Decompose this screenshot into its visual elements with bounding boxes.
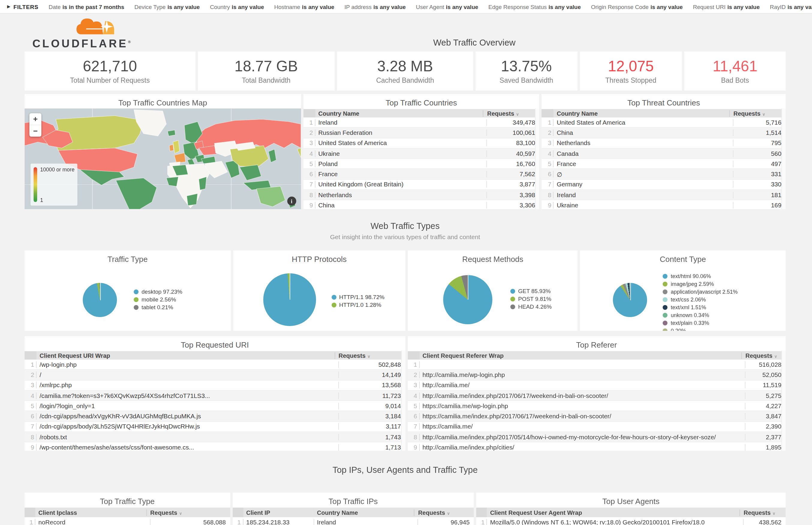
table-row[interactable]: 5https://camilia.me/wp-login.php4,227 — [408, 401, 786, 411]
table-row[interactable]: 2China1,514 — [542, 128, 786, 138]
column-header-requests[interactable]: Requests∨ — [146, 509, 230, 516]
filter-item[interactable]: RayIDis any value — [770, 3, 812, 10]
column-header-referer[interactable]: Client Request Referer Wrap — [419, 352, 741, 359]
column-header-requests[interactable]: Requests∨ — [483, 110, 540, 117]
column-header-country[interactable]: Country Name — [554, 110, 729, 117]
traffic-type-pie-chart[interactable] — [83, 283, 117, 317]
kpi-bad-bots: 11,461Bad Bots — [684, 51, 786, 90]
column-header-requests[interactable]: Requests∨ — [729, 110, 786, 117]
table-row[interactable]: 2Russian Federation100,061 — [303, 128, 539, 138]
table-body: 1Mozilla/5.0 (Windows NT 6.1; WOW64; rv:… — [476, 517, 786, 525]
column-header-requests[interactable]: Requests∨ — [334, 352, 405, 359]
table-header: Client Request User Agent Wrap Requests∨ — [476, 508, 786, 517]
table-row[interactable]: 1Mozilla/5.0 (Windows NT 6.1; WOW64; rv:… — [476, 517, 786, 525]
request-methods-pie-chart[interactable] — [443, 275, 492, 324]
table-row[interactable]: 8Ireland181 — [542, 190, 786, 200]
column-header-requests[interactable]: Requests∨ — [739, 509, 786, 516]
info-icon[interactable]: i — [287, 197, 296, 206]
card-title: Top Referer — [408, 336, 786, 350]
legend-item: text/css 2.06% — [663, 296, 738, 303]
filter-item[interactable]: User Agentis any value — [416, 3, 478, 10]
table-row[interactable]: 6∅331 — [542, 169, 786, 180]
table-row[interactable]: 5Poland16,760 — [303, 159, 539, 169]
table-body: 1185.234.218.33Ireland96,945 — [232, 517, 474, 525]
table-row[interactable]: 8http://camilia.me/index.php/2017/05/14/… — [408, 432, 786, 442]
filters-toggle[interactable]: ▶ FILTERS — [7, 3, 39, 10]
zoom-in-button[interactable]: + — [29, 113, 41, 125]
table-row[interactable]: 1noRecord568,088 — [25, 517, 230, 525]
table-row[interactable]: 3Netherlands795 — [542, 138, 786, 149]
filter-item[interactable]: Hostnameis any value — [274, 3, 334, 10]
table-row[interactable]: 9China3,306 — [303, 200, 539, 209]
table-row[interactable]: 4/camilia.me?token=s3+7k6XQvKwzp5/4XSs4r… — [25, 391, 405, 401]
filter-item[interactable]: Origin Response Codeis any value — [591, 3, 683, 10]
table-row[interactable]: 9Ukraine169 — [542, 200, 786, 209]
table-row[interactable]: 5/login/?login_only=19,014 — [25, 401, 405, 411]
table-row[interactable]: 3/xmlrpc.php13,568 — [25, 380, 405, 391]
filter-item[interactable]: Request URIis any value — [693, 3, 760, 10]
content-type-card: Content Type text/html 90.06%image/jpeg … — [580, 251, 786, 331]
column-header-country[interactable]: Country Name — [315, 110, 483, 117]
filter-item[interactable]: Edge Response Statusis any value — [488, 3, 581, 10]
filter-item[interactable]: Dateis in the past 7 months — [48, 3, 124, 10]
legend-item: POST 9.81% — [510, 295, 552, 303]
filter-item[interactable]: Device Typeis any value — [134, 3, 200, 10]
filter-item[interactable]: IP addressis any value — [344, 3, 406, 10]
table-row[interactable]: 6France7,562 — [303, 169, 539, 180]
top-threat-countries-card: Top Threat Countries Country Name Reques… — [542, 94, 786, 209]
http-protocols-pie-chart[interactable] — [263, 273, 316, 326]
scrollbar[interactable] — [535, 108, 540, 209]
scrollbar[interactable] — [401, 350, 405, 451]
zoom-out-button[interactable]: − — [29, 125, 41, 137]
table-row[interactable]: 2/14,149 — [25, 370, 405, 380]
legend-swatch — [134, 297, 138, 302]
card-title: Traffic Type — [25, 251, 231, 264]
table-row[interactable]: 1185.234.218.33Ireland96,945 — [232, 517, 474, 525]
content-type-pie-chart[interactable] — [613, 283, 647, 317]
table-row[interactable]: 4Ukraine40,597 — [303, 149, 539, 159]
table-row[interactable]: 1/wp-login.php502,848 — [25, 360, 405, 370]
sort-desc-icon: ∨ — [516, 112, 519, 116]
filter-item[interactable]: Countryis any value — [210, 3, 264, 10]
table-row[interactable]: 3United States of America83,100 — [303, 138, 539, 149]
card-title: Top Traffic Type — [25, 493, 230, 507]
table-row[interactable]: 3http://camilia.me/11,519 — [408, 380, 786, 391]
table-row[interactable]: 8Netherlands3,398 — [303, 190, 539, 200]
table-row[interactable]: 5France497 — [542, 159, 786, 169]
table-row[interactable]: 4http://camilia.me/index.php/2017/06/17/… — [408, 391, 786, 401]
scrollbar[interactable] — [781, 108, 786, 209]
table-row[interactable]: 7https://camilia.me/2,390 — [408, 422, 786, 432]
world-map[interactable]: + − 10000 or more 1 i — [25, 108, 301, 209]
table-row[interactable]: 7United Kingdom (Great Britain)3,877 — [303, 180, 539, 190]
chart-legend: text/html 90.06%image/jpeg 2.59%applicat… — [663, 272, 738, 331]
table-row[interactable]: 4Canada560 — [542, 149, 786, 159]
column-header-uri[interactable]: Client Request URI Wrap — [36, 352, 334, 359]
table-row[interactable]: 6/cdn-cgi/apps/head/xVgyKhR-vV3dAUGhMqfB… — [25, 411, 405, 422]
table-row[interactable]: 1United States of America5,716 — [542, 118, 786, 128]
column-header-client-ip[interactable]: Client IP — [243, 509, 313, 516]
table-row[interactable]: 6https://camilia.me/index.php/2017/06/17… — [408, 411, 786, 422]
table-row[interactable]: 1516,028 — [408, 360, 786, 370]
column-header-requests[interactable]: Requests∨ — [414, 509, 474, 516]
column-header-user-agent[interactable]: Client Request User Agent Wrap — [487, 509, 739, 516]
column-header-requests[interactable]: Requests∨ — [741, 352, 786, 359]
table-body: 1Ireland349,4782Russian Federation100,06… — [303, 118, 539, 209]
table-row[interactable]: 1Ireland349,478 — [303, 118, 539, 128]
table-row[interactable]: 9http://camilia.me/index.php/cities/1,89… — [408, 442, 786, 451]
legend-swatch — [134, 305, 138, 310]
column-header-ipclass[interactable]: Client Ipclass — [35, 509, 146, 516]
legend-item: tablet 0.21% — [134, 303, 182, 311]
table-header: Client IP Country Name Requests∨ — [232, 508, 474, 517]
legend-swatch — [663, 313, 668, 318]
legend-item: application/javascript 2.51% — [663, 288, 738, 296]
section-title: Top IPs, User Agents and Traffic Type — [25, 465, 786, 475]
column-header-country[interactable]: Country Name — [313, 509, 414, 516]
scrollbar[interactable] — [781, 350, 786, 451]
table-row[interactable]: 2http://camilia.me/wp-login.php52,050 — [408, 370, 786, 380]
legend-min-label: 1 — [40, 197, 43, 203]
table-row[interactable]: 7Germany330 — [542, 180, 786, 190]
table-row[interactable]: 9/wp-content/themes/ashe/assets/css/font… — [25, 442, 405, 451]
chart-legend: desktop 97.23%mobile 2.56%tablet 0.21% — [134, 288, 182, 311]
table-row[interactable]: 7/cdn-cgi/apps/body/3Lh52SjWTQ4HRlErJykH… — [25, 422, 405, 432]
table-row[interactable]: 8/robots.txt1,743 — [25, 432, 405, 442]
